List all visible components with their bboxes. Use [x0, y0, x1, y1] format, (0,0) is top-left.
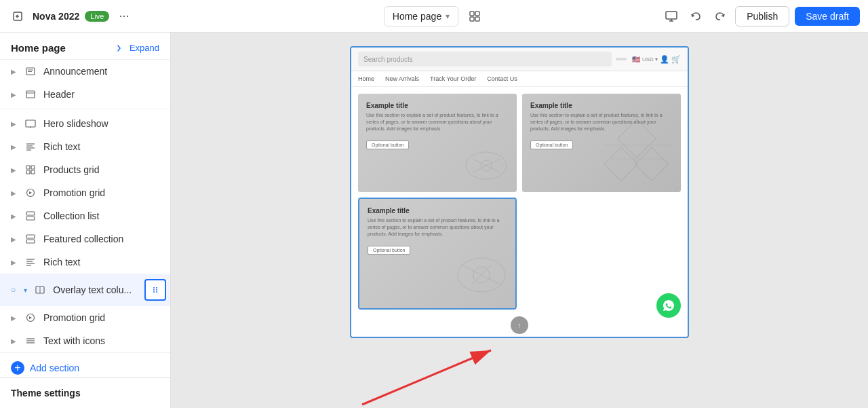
svg-point-42	[156, 291, 157, 293]
products-grid-icon	[24, 164, 37, 176]
svg-point-38	[156, 287, 157, 289]
divider	[0, 109, 170, 109]
sidebar-item-hero-slideshow[interactable]: ▶ Hero slideshow	[0, 112, 170, 135]
svg-rect-25	[31, 170, 35, 174]
nav-contact-us[interactable]: Contact Us	[487, 75, 517, 82]
browser-btn-1	[616, 58, 627, 60]
chevron-down-icon: ▾	[446, 12, 450, 21]
expand-button[interactable]: Expand	[117, 43, 159, 53]
layout-grid-icon[interactable]	[465, 7, 484, 26]
sidebar-item-header[interactable]: ▶ Header	[0, 83, 170, 106]
sidebar-item-text-with-icons[interactable]: ▶ Text with icons	[0, 329, 170, 352]
nav-track-order[interactable]: Track Your Order	[430, 75, 476, 82]
browser-search-text: Search products	[363, 56, 413, 63]
promotion-grid-2-icon	[24, 312, 37, 324]
save-draft-button[interactable]: Save draft	[795, 7, 860, 26]
sidebar-item-promotion-grid-2[interactable]: ▶ Promotion grid	[0, 306, 170, 329]
sidebar-item-collection-list[interactable]: ▶ Collection list	[0, 204, 170, 227]
sidebar-section-list: ▶ Announcement ▶	[0, 60, 170, 377]
card-3-content: Example title Use this section to explai…	[359, 199, 515, 263]
card-1-content: Example title Use this section to explai…	[358, 94, 517, 157]
svg-point-39	[153, 289, 155, 291]
flag-icon: 🇺🇸	[632, 56, 640, 63]
theme-settings[interactable]: Theme settings	[0, 377, 170, 408]
publish-button[interactable]: Publish	[735, 6, 789, 26]
sidebar-item-promotion-grid-1-label: Promotion grid	[43, 187, 159, 198]
expand-arrow-icon: ▶	[11, 259, 16, 266]
svg-rect-28	[26, 217, 35, 220]
sidebar-item-featured-collection[interactable]: ▶ Featured collection	[0, 227, 170, 251]
promo-card-3[interactable]: Example title Use this section to explai…	[358, 198, 517, 310]
live-badge: Live	[85, 11, 109, 22]
browser-icons: 🇺🇸 USD ▾ 👤 🛒	[632, 55, 681, 64]
sidebar: Home page Expand ▶ Announcem	[0, 33, 171, 408]
promotion-grid-icon	[24, 187, 37, 199]
site-nav: Home New Arrivals Track Your Order Conta…	[351, 71, 688, 87]
page-selector[interactable]: Home page ▾	[384, 6, 458, 26]
page-selector-label: Home page	[393, 11, 441, 22]
sidebar-item-featured-collection-label: Featured collection	[43, 234, 159, 244]
scroll-up-icon: ↑	[518, 322, 521, 329]
overlay-text-col-icon	[34, 284, 46, 296]
expand-arrow-icon: ▶	[11, 189, 16, 197]
theme-settings-label: Theme settings	[11, 388, 81, 398]
promo-card-2[interactable]: Example title Use this section to explai…	[522, 94, 681, 192]
undo-button[interactable]	[686, 7, 705, 26]
card-2-button[interactable]: Optional button	[530, 141, 573, 149]
card-1-button[interactable]: Optional button	[366, 141, 409, 149]
currency-label: USD ▾	[642, 56, 658, 62]
expand-arrow-icon: ▶	[11, 120, 16, 128]
expand-arrow-icon: ▶	[11, 143, 16, 151]
sidebar-item-rich-text-2[interactable]: ▶ Rich text	[0, 251, 170, 274]
svg-point-40	[156, 289, 157, 291]
sidebar-item-rich-text-1-label: Rich text	[43, 141, 159, 152]
empty-grid-slot	[522, 198, 681, 310]
card-3-title: Example title	[368, 207, 507, 215]
sidebar-item-collection-list-label: Collection list	[43, 210, 159, 221]
sidebar-item-promotion-grid-2-label: Promotion grid	[43, 312, 159, 323]
text-with-icons-icon	[24, 335, 37, 347]
sidebar-item-announcement-label: Announcement	[43, 66, 159, 77]
promo-card-1[interactable]: Example title Use this section to explai…	[358, 94, 517, 192]
desktop-icon[interactable]	[662, 7, 681, 26]
svg-rect-6	[666, 12, 677, 19]
nav-new-arrivals[interactable]: New Arrivals	[385, 75, 419, 82]
svg-rect-23	[31, 166, 35, 169]
expand-arrow-icon: ▶	[11, 337, 16, 345]
sidebar-item-text-with-icons-label: Text with icons	[43, 335, 159, 346]
svg-rect-12	[26, 91, 35, 98]
header-icon	[24, 88, 37, 100]
svg-rect-2	[470, 12, 474, 16]
topbar-left: Nova 2022 Live ···	[8, 6, 288, 26]
hero-slideshow-icon	[24, 117, 37, 130]
sidebar-item-products-grid[interactable]: ▶ Products grid	[0, 158, 170, 181]
more-menu-button[interactable]: ···	[115, 6, 133, 26]
drag-handle-button[interactable]	[144, 279, 166, 301]
add-section-button[interactable]: + Add section	[0, 352, 170, 377]
card-2-body: Use this section to explain a set of pro…	[530, 112, 673, 132]
svg-rect-4	[470, 17, 474, 21]
expand-arrow-icon: ▶	[11, 68, 16, 75]
sidebar-item-products-grid-label: Products grid	[43, 164, 159, 175]
svg-point-16	[28, 127, 29, 128]
sidebar-item-announcement[interactable]: ▶ Announcement	[0, 60, 170, 83]
browser-actions: 🇺🇸 USD ▾ 👤 🛒	[616, 55, 681, 64]
svg-rect-5	[475, 17, 479, 21]
nav-home[interactable]: Home	[358, 75, 374, 82]
whatsapp-float-button[interactable]	[656, 293, 681, 318]
browser-frame: Search products 🇺🇸 USD ▾ 👤 🛒 Home New Ar…	[350, 46, 689, 338]
scroll-to-top-button[interactable]: ↑	[511, 316, 528, 334]
redo-button[interactable]	[711, 7, 730, 26]
store-name: Nova 2022	[33, 11, 79, 22]
cart-icon: 🛒	[671, 55, 681, 64]
back-icon[interactable]	[8, 7, 27, 26]
card-1-body: Use this section to explain a set of pro…	[366, 112, 509, 132]
card-3-button[interactable]: Optional button	[368, 246, 410, 255]
sidebar-item-promotion-grid-1[interactable]: ▶ Promotion grid	[0, 181, 170, 204]
sidebar-item-overlay-text-col[interactable]: ○ ▾ Overlay text colu...	[0, 274, 170, 306]
expand-arrow-active-icon: ▾	[24, 286, 27, 294]
svg-point-41	[153, 291, 155, 293]
sidebar-item-rich-text-1[interactable]: ▶ Rich text	[0, 135, 170, 158]
browser-nav: Search products 🇺🇸 USD ▾ 👤 🛒	[351, 48, 688, 71]
sidebar-item-header-label: Header	[43, 89, 159, 100]
